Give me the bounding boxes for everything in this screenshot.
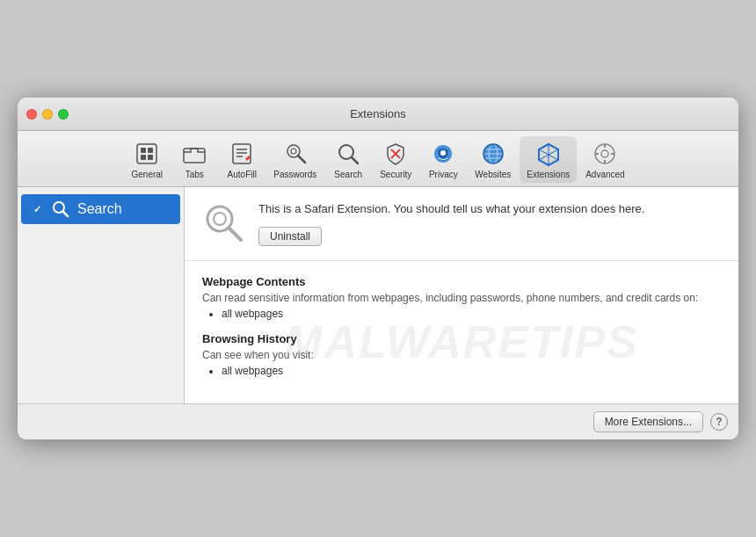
svg-line-14 — [352, 157, 358, 163]
browsing-history-title: Browsing History — [202, 332, 721, 345]
webpage-contents-list: all webpages — [202, 308, 721, 320]
toolbar: General Tabs AutoFill — [18, 131, 738, 187]
sidebar-item-search-ext[interactable]: Search — [21, 194, 180, 224]
svg-rect-5 — [184, 149, 205, 163]
autofill-icon — [228, 140, 256, 168]
svg-rect-6 — [233, 144, 251, 163]
privacy-icon — [429, 140, 457, 168]
maximize-button[interactable] — [58, 109, 69, 120]
toolbar-item-extensions[interactable]: Extensions — [520, 136, 577, 183]
security-icon — [382, 140, 410, 168]
permissions-section: Webpage Contents Can read sensitive info… — [185, 261, 738, 403]
toolbar-item-passwords[interactable]: Passwords — [266, 136, 323, 183]
search-icon — [334, 140, 362, 168]
window-title: Extensions — [350, 107, 406, 120]
svg-point-27 — [601, 150, 608, 157]
toolbar-item-websites[interactable]: Websites — [468, 136, 518, 183]
minimize-button[interactable] — [42, 109, 53, 120]
websites-label: Websites — [475, 170, 511, 179]
svg-rect-0 — [137, 144, 156, 163]
content-inner: This is a Safari Extension. You should t… — [185, 187, 738, 403]
security-label: Security — [380, 170, 411, 179]
webpage-contents-desc: Can read sensitive information from webp… — [202, 292, 721, 304]
sidebar-item-label: Search — [77, 201, 122, 217]
extension-detail: MALWARETIPS This is a Safari Extension. … — [185, 187, 738, 403]
advanced-label: Advanced — [585, 170, 624, 179]
titlebar: Extensions — [18, 98, 738, 131]
browsing-history-section: Browsing History Can see when you visit:… — [202, 332, 721, 377]
svg-point-12 — [291, 149, 296, 154]
extension-big-icon — [202, 201, 244, 243]
extension-checkbox[interactable] — [30, 202, 44, 216]
webpage-contents-title: Webpage Contents — [202, 275, 721, 288]
tabs-label: Tabs — [185, 170, 204, 179]
toolbar-item-general[interactable]: General — [124, 136, 170, 183]
general-label: General — [132, 170, 164, 179]
list-item: all webpages — [222, 365, 721, 377]
footer: More Extensions... ? — [18, 403, 738, 439]
toolbar-item-tabs[interactable]: Tabs — [171, 136, 217, 183]
svg-point-17 — [440, 150, 446, 156]
toolbar-item-security[interactable]: Security — [373, 136, 418, 183]
svg-rect-4 — [148, 155, 153, 160]
uninstall-button[interactable]: Uninstall — [258, 227, 322, 246]
general-icon — [133, 140, 161, 168]
svg-line-33 — [63, 212, 68, 216]
extension-header: This is a Safari Extension. You should t… — [185, 187, 738, 260]
privacy-label: Privacy — [429, 170, 458, 179]
more-extensions-button[interactable]: More Extensions... — [593, 411, 703, 432]
safari-extensions-window: Extensions General T — [18, 98, 738, 439]
svg-line-11 — [298, 156, 305, 163]
passwords-label: Passwords — [273, 170, 316, 179]
tabs-icon — [180, 140, 208, 168]
svg-point-36 — [214, 213, 226, 225]
toolbar-item-search[interactable]: Search — [325, 136, 371, 183]
webpage-contents-section: Webpage Contents Can read sensitive info… — [202, 275, 721, 320]
list-item: all webpages — [222, 308, 721, 320]
svg-line-35 — [229, 228, 241, 240]
extensions-icon — [534, 140, 563, 168]
svg-rect-1 — [141, 148, 146, 153]
toolbar-item-privacy[interactable]: Privacy — [420, 136, 466, 183]
toolbar-item-advanced[interactable]: Advanced — [578, 136, 631, 183]
svg-rect-2 — [148, 148, 153, 153]
search-label: Search — [334, 170, 362, 179]
close-button[interactable] — [26, 109, 37, 120]
toolbar-item-autofill[interactable]: AutoFill — [219, 136, 265, 183]
browsing-history-list: all webpages — [202, 365, 721, 377]
main-area: Search MALWARETIPS This is a — [18, 187, 738, 403]
window-controls — [26, 109, 69, 120]
autofill-label: AutoFill — [228, 170, 257, 179]
extensions-sidebar: Search — [18, 187, 185, 403]
extensions-label: Extensions — [527, 170, 570, 179]
advanced-icon — [591, 140, 619, 168]
extension-search-icon — [51, 200, 70, 219]
help-button[interactable]: ? — [710, 413, 728, 431]
svg-rect-3 — [141, 155, 146, 160]
extension-info: This is a Safari Extension. You should t… — [258, 201, 721, 245]
browsing-history-desc: Can see when you visit: — [202, 349, 721, 361]
websites-icon — [479, 140, 507, 168]
extension-description: This is a Safari Extension. You should t… — [258, 201, 721, 217]
passwords-icon — [281, 140, 309, 168]
